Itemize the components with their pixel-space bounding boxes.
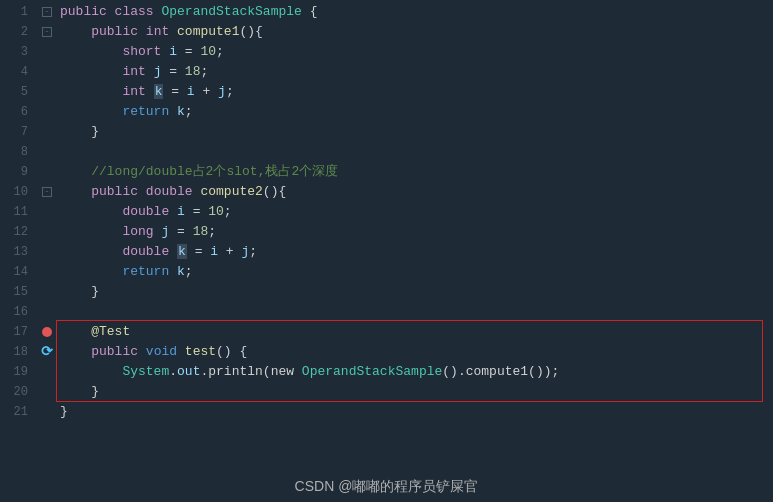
line-number: 21 — [0, 402, 38, 422]
code-text: int j = 18; — [56, 62, 773, 82]
line-number: 3 — [0, 42, 38, 62]
code-text: return k; — [56, 262, 773, 282]
watermark: CSDN @嘟嘟的程序员铲屎官 — [295, 478, 479, 496]
code-text: double i = 10; — [56, 202, 773, 222]
editor-container: 1-public class OperandStackSample {2- pu… — [0, 0, 773, 502]
line-number: 8 — [0, 142, 38, 162]
code-line: 18⟳ public void test() { — [0, 342, 773, 362]
code-line: 3 short i = 10; — [0, 42, 773, 62]
code-line: 10- public double compute2(){ — [0, 182, 773, 202]
line-number: 15 — [0, 282, 38, 302]
code-text: } — [56, 282, 773, 302]
line-number: 16 — [0, 302, 38, 322]
code-line: 2- public int compute1(){ — [0, 22, 773, 42]
code-line: 4 int j = 18; — [0, 62, 773, 82]
code-text: double k = i + j; — [56, 242, 773, 262]
code-text: short i = 10; — [56, 42, 773, 62]
code-line: 1-public class OperandStackSample { — [0, 2, 773, 22]
fold-icon[interactable]: - — [42, 187, 52, 197]
breakpoint-indicator — [42, 327, 52, 337]
code-line: 9 //long/double占2个slot,栈占2个深度 — [0, 162, 773, 182]
line-number: 6 — [0, 102, 38, 122]
code-text: public double compute2(){ — [56, 182, 773, 202]
code-text: public class OperandStackSample { — [56, 2, 773, 22]
line-number: 11 — [0, 202, 38, 222]
fold-icon[interactable]: - — [42, 7, 52, 17]
line-number: 5 — [0, 82, 38, 102]
line-number: 14 — [0, 262, 38, 282]
code-text: @Test — [56, 322, 773, 342]
code-text: long j = 18; — [56, 222, 773, 242]
line-number: 1 — [0, 2, 38, 22]
line-number: 13 — [0, 242, 38, 262]
code-line: 13 double k = i + j; — [0, 242, 773, 262]
code-line: 5 int k = i + j; — [0, 82, 773, 102]
code-line: 11 double i = 10; — [0, 202, 773, 222]
code-text: } — [56, 402, 773, 422]
code-line: 6 return k; — [0, 102, 773, 122]
code-text: return k; — [56, 102, 773, 122]
line-number: 2 — [0, 22, 38, 42]
line-number: 19 — [0, 362, 38, 382]
line-number: 17 — [0, 322, 38, 342]
line-number: 12 — [0, 222, 38, 242]
code-line: 14 return k; — [0, 262, 773, 282]
code-line: 16 — [0, 302, 773, 322]
debug-arrow: ⟳ — [41, 342, 53, 362]
code-text: //long/double占2个slot,栈占2个深度 — [56, 162, 773, 182]
line-number: 20 — [0, 382, 38, 402]
line-number: 18 — [0, 342, 38, 362]
code-line: 7 } — [0, 122, 773, 142]
line-number: 9 — [0, 162, 38, 182]
code-line: 19 System.out.println(new OperandStackSa… — [0, 362, 773, 382]
code-text: System.out.println(new OperandStackSampl… — [56, 362, 773, 382]
code-text: int k = i + j; — [56, 82, 773, 102]
code-area: 1-public class OperandStackSample {2- pu… — [0, 0, 773, 422]
code-line: 17 @Test — [0, 322, 773, 342]
code-text: } — [56, 122, 773, 142]
code-line: 20 } — [0, 382, 773, 402]
line-number: 10 — [0, 182, 38, 202]
code-line: 12 long j = 18; — [0, 222, 773, 242]
fold-icon[interactable]: - — [42, 27, 52, 37]
code-line: 8 — [0, 142, 773, 162]
code-text: public void test() { — [56, 342, 773, 362]
code-line: 15 } — [0, 282, 773, 302]
code-text: } — [56, 382, 773, 402]
code-line: 21} — [0, 402, 773, 422]
line-number: 4 — [0, 62, 38, 82]
line-number: 7 — [0, 122, 38, 142]
code-text: public int compute1(){ — [56, 22, 773, 42]
